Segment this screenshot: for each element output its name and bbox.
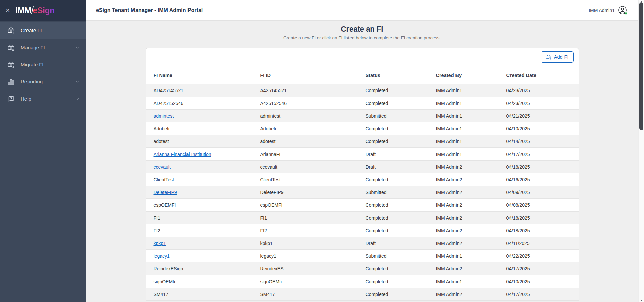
sidebar: ✕ IMM/eSign Create FI Manage FI Migrate … [0, 0, 86, 302]
status-cell: Completed [358, 275, 428, 288]
fi-name-cell: ccevault [146, 161, 253, 173]
table-row[interactable]: AD425145521 A425145521 Completed IMM Adm… [146, 84, 579, 97]
user-name: IMM Admin1 [589, 8, 615, 13]
table-row[interactable]: Adobefi Adobefi Completed IMM Admin1 04/… [146, 122, 579, 135]
fi-name-cell: FI1 [146, 212, 253, 224]
fi-name-link[interactable]: Arianna Financial Institution [154, 152, 211, 157]
card-toolbar: Add FI [146, 48, 579, 66]
fi-name-cell: DeleteFIP9 [146, 186, 253, 199]
status-cell: Completed [358, 135, 428, 148]
sidebar-item-manage-fi[interactable]: Manage FI [0, 39, 86, 56]
status-cell: Submitted [358, 110, 428, 122]
fi-id-cell: A425152546 [253, 97, 358, 110]
fi-id-cell: DeleteFIP9 [253, 186, 358, 199]
fi-id-cell: FI2 [253, 224, 358, 237]
fi-name-cell: Arianna Financial Institution [146, 148, 253, 161]
sidebar-item-help[interactable]: Help [0, 90, 86, 107]
close-icon[interactable]: ✕ [5, 7, 15, 14]
created-date-cell: 04/23/2025 [499, 84, 579, 97]
status-cell: Submitted [358, 186, 428, 199]
fi-name-cell: FI2 [146, 224, 253, 237]
fi-id-cell: A425145521 [253, 84, 358, 97]
table-row[interactable]: FI1 FI1 Completed IMM Admin2 04/18/2025 [146, 212, 579, 224]
topbar: eSign Tenant Manager - IMM Admin Portal … [86, 0, 638, 21]
table-row[interactable]: adotest adotest Completed IMM Admin1 04/… [146, 135, 579, 148]
table-row[interactable]: admintest admintest Submitted IMM Admin1… [146, 110, 579, 122]
created-by-cell: IMM Admin2 [428, 212, 499, 224]
fi-name-link[interactable]: ccevault [154, 164, 171, 170]
fi-table-body: AD425145521 A425145521 Completed IMM Adm… [146, 84, 579, 301]
sidebar-item-migrate-fi[interactable]: Migrate FI [0, 56, 86, 73]
sidebar-item-reporting[interactable]: Reporting [0, 73, 86, 90]
table-row[interactable]: ReindexESign ReindexES Completed IMM Adm… [146, 262, 579, 275]
created-by-cell: IMM Admin1 [428, 84, 499, 97]
status-cell: Completed [358, 212, 428, 224]
add-fi-button[interactable]: Add FI [541, 51, 574, 63]
sidebar-item-label: Migrate FI [21, 62, 80, 67]
created-by-cell: IMM Admin1 [428, 97, 499, 110]
fi-id-cell: AriannaFI [253, 148, 358, 161]
table-row[interactable]: DeleteFIP9 DeleteFIP9 Submitted IMM Admi… [146, 186, 579, 199]
logo-imm-text: IMM [15, 6, 31, 15]
chevron-down-icon [75, 79, 80, 84]
created-date-cell: 04/18/2025 [499, 212, 579, 224]
user-menu[interactable]: IMM Admin1 [589, 6, 627, 15]
fi-name-link[interactable]: kpkp1 [154, 241, 166, 246]
status-cell: Completed [358, 84, 428, 97]
fi-id-cell: adotest [253, 135, 358, 148]
created-by-cell: IMM Admin2 [428, 161, 499, 173]
status-cell: Submitted [358, 250, 428, 262]
created-date-cell: 04/08/2025 [499, 199, 579, 212]
table-row[interactable]: kpkp1 kpkp1 Draft IMM Admin2 04/11/2025 [146, 237, 579, 250]
column-header-created-date: Created Date [499, 66, 579, 84]
created-by-cell: IMM Admin1 [428, 110, 499, 122]
sidebar-item-label: Help [21, 96, 75, 102]
sidebar-item-label: Create FI [21, 27, 80, 33]
table-row[interactable]: legacy1 legacy1 Submitted IMM Admin1 04/… [146, 250, 579, 262]
column-header-fi-name: FI Name [146, 66, 253, 84]
table-row[interactable]: ClientTest ClientTest Completed IMM Admi… [146, 173, 579, 186]
fi-name-cell: AD425152546 [146, 97, 253, 110]
bank-arrow-icon [7, 60, 15, 69]
sidebar-menu: Create FI Manage FI Migrate FI Reporting [0, 21, 86, 107]
created-date-cell: 04/11/2025 [499, 237, 579, 250]
table-row[interactable]: SM417 SM417 Completed IMM Admin2 04/17/2… [146, 288, 579, 301]
status-cell: Completed [358, 262, 428, 275]
app-title: eSign Tenant Manager - IMM Admin Portal [96, 7, 203, 13]
fi-name-link[interactable]: DeleteFIP9 [154, 190, 177, 195]
table-row[interactable]: Arianna Financial Institution AriannaFI … [146, 148, 579, 161]
sidebar-logo-bar: ✕ IMM/eSign [0, 0, 86, 21]
created-date-cell: 04/16/2025 [499, 173, 579, 186]
fi-name-cell: adotest [146, 135, 253, 148]
created-date-cell: 04/18/2025 [499, 224, 579, 237]
status-cell: Completed [358, 224, 428, 237]
table-row[interactable]: espOEMFI espOEMFI Completed IMM Admin2 0… [146, 199, 579, 212]
fi-name-link[interactable]: admintest [154, 113, 174, 119]
created-date-cell: 04/23/2025 [499, 97, 579, 110]
created-date-cell: 04/10/2025 [499, 122, 579, 135]
fi-id-cell: kpkp1 [253, 237, 358, 250]
column-header-status: Status [358, 66, 428, 84]
scrollbar-thumb[interactable] [639, 2, 643, 130]
bank-plus-icon [7, 26, 15, 35]
logo-esign-text: eSign [33, 6, 55, 15]
created-date-cell: 04/21/2025 [499, 110, 579, 122]
vertical-scrollbar[interactable]: ▲ ▼ [638, 0, 644, 302]
sidebar-item-create-fi[interactable]: Create FI [0, 22, 86, 39]
table-row[interactable]: AD425152546 A425152546 Completed IMM Adm… [146, 97, 579, 110]
scroll-down-arrow-icon[interactable]: ▼ [639, 299, 644, 302]
table-row[interactable]: FI2 FI2 Completed IMM Admin2 04/18/2025 [146, 224, 579, 237]
created-date-cell: 04/17/2025 [499, 262, 579, 275]
header-row: FI Name FI ID Status Created By Created … [146, 66, 579, 84]
created-by-cell: IMM Admin2 [428, 173, 499, 186]
fi-id-cell: SM417 [253, 288, 358, 301]
fi-name-cell: ReindexESign [146, 262, 253, 275]
status-cell: Completed [358, 97, 428, 110]
fi-name-link[interactable]: legacy1 [154, 253, 170, 259]
fi-id-cell: espOEMFI [253, 199, 358, 212]
fi-table: FI Name FI ID Status Created By Created … [146, 66, 579, 301]
table-row[interactable]: ccevault ccevault Draft IMM Admin2 04/18… [146, 161, 579, 173]
created-by-cell: IMM Admin2 [428, 199, 499, 212]
table-row[interactable]: signOEMfi signOEMfi Completed IMM Admin1… [146, 275, 579, 288]
status-cell: Draft [358, 148, 428, 161]
